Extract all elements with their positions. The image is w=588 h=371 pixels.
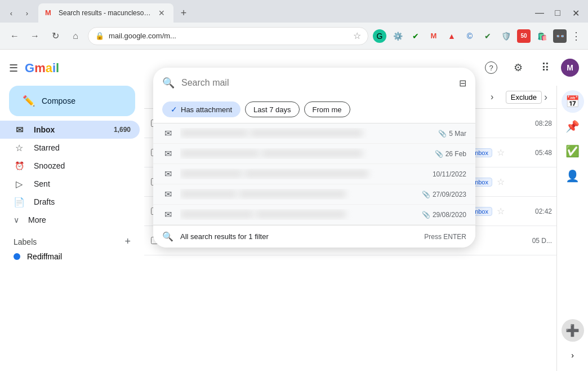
apps-button[interactable]: ⠿	[534, 56, 556, 79]
filter-chips: ✓ Has attachment Last 7 days From me	[153, 96, 475, 123]
header-actions: ? ⚙ ⠿ M	[480, 56, 579, 79]
search-input[interactable]	[181, 78, 452, 88]
help-button[interactable]: ?	[480, 56, 502, 79]
chip-has-attachment[interactable]: ✓ Has attachment	[162, 101, 240, 117]
maximize-button[interactable]: □	[550, 5, 565, 21]
sidebar-item-drafts[interactable]: 📄 Drafts	[0, 193, 140, 211]
tab-favicon: M	[45, 8, 54, 17]
ext-avatar-icon[interactable]: 👓	[553, 29, 567, 43]
right-panel: 📅 📌 ✅ 👤 ➕ ›	[556, 86, 588, 371]
contacts-icon[interactable]: 👤	[562, 165, 584, 187]
chevron-right-button[interactable]: ›	[544, 91, 547, 103]
email-content	[180, 169, 415, 179]
search-options-button[interactable]: ⊟	[459, 78, 466, 89]
url-text: mail.google.com/m...	[109, 32, 349, 40]
chip-last-7-days[interactable]: Last 7 days	[245, 101, 300, 117]
url-bar[interactable]: 🔒 mail.google.com/m... ☆	[88, 27, 368, 45]
footer-search-icon: 🔍	[162, 231, 173, 242]
sidebar-item-snoozed[interactable]: ⏰ Snoozed	[0, 157, 140, 175]
forward-button[interactable]: →	[27, 28, 43, 44]
browser-more-button[interactable]: ⋮	[571, 30, 581, 42]
label-item-rediffmail[interactable]: Rediffmail	[9, 250, 135, 263]
sidebar-item-sent[interactable]: ▷ Sent	[0, 175, 140, 193]
tab-back-button[interactable]: ‹	[5, 6, 18, 20]
ext-gmail-icon[interactable]: M	[427, 29, 440, 43]
email-content	[180, 148, 415, 159]
labels-header: Labels +	[9, 233, 135, 250]
email-content	[180, 209, 415, 220]
snoozed-label: Snoozed	[34, 161, 131, 170]
inbox-label: Inbox	[34, 125, 105, 134]
email-meta: 📎 5 Mar	[421, 130, 466, 138]
email-content	[180, 128, 415, 139]
close-window-button[interactable]: ✕	[568, 5, 583, 21]
refresh-button[interactable]: ↻	[47, 28, 63, 44]
add-apps-icon[interactable]: ➕	[562, 319, 584, 342]
date-cell: 05:48	[507, 149, 552, 157]
settings-button[interactable]: ⚙	[507, 56, 529, 79]
star-icon[interactable]: ☆	[497, 206, 505, 217]
ext-check2-icon[interactable]: ✔	[481, 29, 495, 43]
email-meta: 10/11/2022	[421, 170, 466, 178]
search-footer[interactable]: 🔍 All search results for 1 filter Press …	[153, 225, 475, 248]
back-button[interactable]: ←	[7, 28, 23, 44]
ext-check-icon[interactable]: ✔	[409, 29, 422, 43]
exclude-label: Exclude	[506, 91, 542, 104]
tab-forward-button[interactable]: ›	[20, 6, 34, 20]
sidebar: ☰ Gmail ✏️ Compose ✉ Inbox 1,690 ☆ Starr…	[0, 50, 144, 371]
chip-from-me[interactable]: From me	[304, 101, 350, 117]
ext-shield-icon[interactable]: 🛡️	[499, 29, 513, 43]
result-row-2[interactable]: ✉ 📎 26 Feb	[153, 144, 475, 164]
help-icon: ?	[485, 61, 497, 74]
email-icon: ✉	[162, 169, 173, 179]
starred-icon: ☆	[14, 143, 25, 153]
expand-icon[interactable]: ›	[562, 344, 584, 366]
attachment-icon: 📎	[435, 150, 443, 158]
result-row-5[interactable]: ✉ 📎 29/08/2020	[153, 205, 475, 225]
sidebar-item-starred[interactable]: ☆ Starred	[0, 139, 140, 157]
ext-bag-icon[interactable]: 🛍️	[535, 29, 549, 43]
sidebar-item-inbox[interactable]: ✉ Inbox 1,690	[0, 121, 140, 139]
active-tab[interactable]: M Search results - macunclesoft@ ✕	[38, 3, 173, 23]
close-tab-button[interactable]: ✕	[157, 8, 167, 18]
sent-label: Sent	[34, 179, 131, 188]
ext-grammarly-icon[interactable]: G	[373, 29, 386, 43]
ext-red-icon[interactable]: 50	[517, 29, 531, 43]
star-icon[interactable]: ☆	[497, 147, 505, 158]
tasks-icon[interactable]: ✅	[562, 140, 584, 162]
result-row-4[interactable]: ✉ 📎 27/09/2023	[153, 184, 475, 205]
email-date: 29/08/2020	[433, 211, 466, 219]
ext-copyright-icon[interactable]: ©	[463, 29, 476, 43]
bookmark-button[interactable]: ☆	[353, 30, 361, 41]
avatar[interactable]: M	[561, 59, 579, 77]
drafts-icon: 📄	[14, 197, 25, 207]
minimize-button[interactable]: —	[532, 5, 547, 21]
chevron-down-icon: ∨	[14, 215, 19, 224]
next-page-button[interactable]: ›	[483, 88, 501, 106]
sidebar-item-more[interactable]: ∨ More	[0, 211, 144, 229]
press-enter-hint: Press ENTER	[424, 233, 466, 241]
starred-label: Starred	[34, 143, 131, 152]
compose-button[interactable]: ✏️ Compose	[9, 86, 135, 116]
calendar-icon[interactable]: 📅	[562, 90, 584, 113]
star-icon[interactable]: ☆	[497, 176, 505, 187]
more-label: More	[28, 215, 46, 224]
compose-icon: ✏️	[23, 95, 35, 107]
home-button[interactable]: ⌂	[68, 28, 83, 44]
tab-title: Search results - macunclesoft@	[59, 9, 152, 17]
result-row-1[interactable]: ✉ 📎 5 Mar	[153, 123, 475, 144]
new-tab-button[interactable]: +	[176, 5, 191, 21]
label-name: Rediffmail	[27, 252, 62, 261]
ext-settings-icon[interactable]: ⚙️	[391, 29, 404, 43]
result-row-3[interactable]: ✉ 10/11/2022	[153, 164, 475, 184]
date-cell: 08:28	[507, 120, 552, 127]
apps-icon: ⠿	[541, 61, 550, 74]
keep-icon[interactable]: 📌	[562, 115, 584, 138]
attachment-icon: 📎	[438, 130, 447, 138]
hamburger-button[interactable]: ☰	[5, 58, 23, 79]
add-label-button[interactable]: +	[124, 236, 131, 248]
gmail-header: 🔍 ⊟ ✓ Has attachment Last 7 days	[144, 50, 588, 86]
ext-arrow-icon[interactable]: ▲	[445, 29, 458, 43]
email-sender	[180, 191, 237, 197]
date-cell: 02:42	[507, 207, 552, 215]
